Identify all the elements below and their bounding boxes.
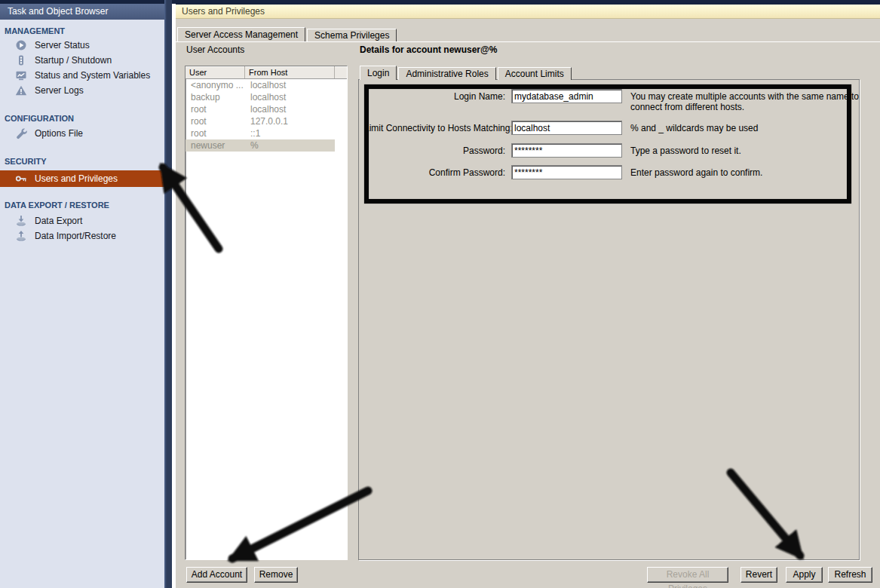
hosts-matching-label: Limit Connectivity to Hosts Matching: xyxy=(364,121,511,133)
tab-account-limits[interactable]: Account Limits xyxy=(498,67,572,80)
tab-login[interactable]: Login xyxy=(360,66,397,80)
list-item[interactable]: backup localhost xyxy=(186,91,347,103)
confirm-password-input[interactable] xyxy=(511,165,622,179)
form-row-login-name: Login Name: You may create multiple acco… xyxy=(364,89,864,112)
cell-user: newuser xyxy=(186,139,245,152)
cell-host: localhost xyxy=(245,103,335,115)
page-title: Users and Privileges xyxy=(176,5,880,19)
refresh-button[interactable]: Refresh xyxy=(828,567,872,583)
column-header-spacer xyxy=(335,66,347,78)
data-import-icon xyxy=(15,230,27,242)
tab-schema-privileges[interactable]: Schema Privileges xyxy=(307,29,397,41)
password-input[interactable] xyxy=(511,143,622,158)
sidebar-item-label: Data Import/Restore xyxy=(35,231,116,241)
user-accounts-label: User Accounts xyxy=(186,44,244,55)
sidebar-item-label: Options File xyxy=(35,128,83,139)
remove-button[interactable]: Remove xyxy=(254,567,298,583)
section-data-export-restore: DATA EXPORT / RESTORE xyxy=(5,201,164,210)
tab-server-access-management[interactable]: Server Access Management xyxy=(177,27,305,41)
sidebar-item-status-system-variables[interactable]: Status and System Variables xyxy=(0,68,164,83)
password-hint: Type a password to reset it. xyxy=(630,143,864,156)
section-security: SECURITY xyxy=(5,157,164,167)
cell-host: % xyxy=(245,139,335,152)
list-item[interactable]: root 127.0.0.1 xyxy=(186,115,347,127)
section-management: MANAGEMENT xyxy=(5,26,164,36)
login-name-hint: You may create multiple accounts with th… xyxy=(630,89,864,112)
panel-edge-highlight xyxy=(172,0,176,588)
login-name-label: Login Name: xyxy=(364,89,511,102)
sidebar-item-label: Status and System Variables xyxy=(35,70,150,81)
column-header-user[interactable]: User xyxy=(186,66,245,78)
login-name-input[interactable] xyxy=(511,89,622,103)
cell-host: localhost xyxy=(245,91,335,103)
details-tab-strip: Login Administrative Roles Account Limit… xyxy=(360,66,573,80)
list-item[interactable]: root localhost xyxy=(186,103,347,115)
options-file-icon xyxy=(15,127,27,139)
section-configuration: CONFIGURATION xyxy=(5,114,164,124)
task-object-browser-sidebar: Task and Object Browser MANAGEMENT Serve… xyxy=(0,0,164,588)
sidebar-item-startup-shutdown[interactable]: Startup / Shutdown xyxy=(0,53,164,68)
window-top-strip xyxy=(0,0,880,4)
sidebar-divider xyxy=(164,0,172,588)
status-variables-icon xyxy=(15,69,27,81)
sidebar-item-data-import-restore[interactable]: Data Import/Restore xyxy=(0,228,164,243)
users-privileges-window: Task and Object Browser MANAGEMENT Serve… xyxy=(0,0,880,588)
sidebar-header: Task and Object Browser xyxy=(0,4,164,20)
list-item-selected[interactable]: newuser % xyxy=(186,139,347,152)
confirm-password-label: Confirm Password: xyxy=(364,165,511,178)
sidebar-item-label: Server Status xyxy=(35,40,90,51)
top-tab-strip: Server Access Management Schema Privileg… xyxy=(177,27,398,41)
form-row-confirm-password: Confirm Password: Enter password again t… xyxy=(364,165,864,179)
confirm-password-hint: Enter password again to confirm. xyxy=(630,165,864,178)
hosts-matching-hint: % and _ wildcards may be used xyxy=(630,121,864,133)
form-row-password: Password: Type a password to reset it. xyxy=(364,143,864,158)
cell-host: localhost xyxy=(245,79,335,91)
hosts-matching-input[interactable] xyxy=(511,121,622,135)
revert-button[interactable]: Revert xyxy=(740,567,777,583)
sidebar-item-server-status[interactable]: Server Status xyxy=(0,38,164,53)
cell-user: root xyxy=(186,115,245,127)
key-icon xyxy=(15,173,27,185)
list-item[interactable]: <anonymo ... localhost xyxy=(186,79,347,91)
password-label: Password: xyxy=(364,143,511,156)
details-title: Details for account newuser@% xyxy=(360,44,497,55)
apply-button[interactable]: Apply xyxy=(786,567,823,583)
cell-host: 127.0.0.1 xyxy=(245,115,335,127)
list-item[interactable]: root ::1 xyxy=(186,127,347,139)
server-status-icon xyxy=(15,39,27,51)
sidebar-item-label: Users and Privileges xyxy=(35,173,118,184)
sidebar-item-options-file[interactable]: Options File xyxy=(0,126,164,141)
admin-main-panel: Users and Privileges Server Access Manag… xyxy=(176,0,880,588)
column-header-from-host[interactable]: From Host xyxy=(245,66,335,78)
user-accounts-list[interactable]: User From Host <anonymo ... localhost ba… xyxy=(185,66,348,560)
sidebar-item-label: Startup / Shutdown xyxy=(35,55,112,66)
cell-user: root xyxy=(186,103,245,115)
cell-host: ::1 xyxy=(245,127,335,139)
server-logs-icon xyxy=(15,84,27,96)
sidebar-item-server-logs[interactable]: Server Logs xyxy=(0,83,164,98)
cell-user: root xyxy=(186,127,245,139)
startup-shutdown-icon xyxy=(15,54,27,66)
add-account-button[interactable]: Add Account xyxy=(186,567,247,583)
cell-user: <anonymo ... xyxy=(186,79,245,91)
list-header: User From Host xyxy=(186,66,347,79)
sidebar-item-label: Server Logs xyxy=(35,85,84,96)
sidebar-item-label: Data Export xyxy=(35,216,82,226)
tab-administrative-roles[interactable]: Administrative Roles xyxy=(398,67,495,80)
cell-user: backup xyxy=(186,91,245,103)
data-export-icon xyxy=(15,215,27,227)
sidebar-item-users-and-privileges[interactable]: Users and Privileges xyxy=(0,170,164,187)
sidebar-item-data-export[interactable]: Data Export xyxy=(0,213,164,228)
revoke-all-privileges-button[interactable]: Revoke All Privileges xyxy=(647,567,728,583)
form-row-hosts-matching: Limit Connectivity to Hosts Matching: % … xyxy=(364,121,864,135)
